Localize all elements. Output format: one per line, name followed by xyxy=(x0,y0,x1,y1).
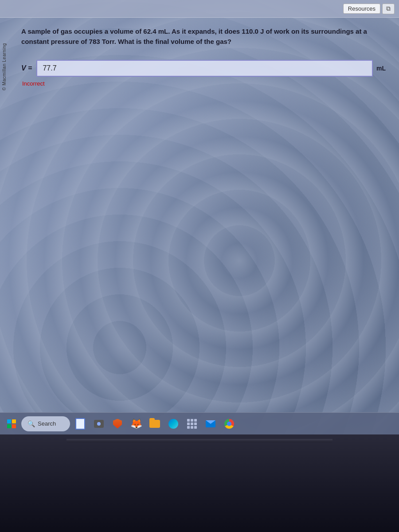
laptop-hinge xyxy=(66,439,332,442)
taskbar-app-grid[interactable] xyxy=(184,416,200,432)
taskbar-app-shield[interactable] xyxy=(110,416,125,432)
search-label: Search xyxy=(38,420,56,427)
resources-button[interactable]: Resources xyxy=(343,4,380,14)
variable-label: V = xyxy=(21,64,32,72)
search-box[interactable]: 🔍 Search xyxy=(21,416,70,431)
question-text: A sample of gas occupies a volume of 62.… xyxy=(21,27,385,47)
main-content: A sample of gas occupies a volume of 62.… xyxy=(8,18,399,412)
taskbar: 🔍 Search 🦊 xyxy=(0,412,399,434)
feedback-row: Incorrect xyxy=(21,79,386,87)
unit-label: mL xyxy=(376,65,386,72)
taskbar-app-folder[interactable] xyxy=(147,416,163,432)
shield-icon xyxy=(113,419,122,429)
laptop-body xyxy=(0,434,399,532)
taskbar-app-chrome[interactable] xyxy=(221,416,237,432)
folder-icon xyxy=(149,420,160,428)
taskbar-app-file[interactable] xyxy=(72,416,88,432)
side-label-container: © Macmillan Learning xyxy=(0,22,8,111)
top-bar: Resources ⧉ xyxy=(0,0,399,18)
incorrect-feedback: Incorrect xyxy=(22,80,45,87)
taskbar-app-camera[interactable] xyxy=(91,416,107,432)
taskbar-app-firefox[interactable]: 🦊 xyxy=(128,416,144,432)
taskbar-app-edge[interactable] xyxy=(165,416,181,432)
grid-icon xyxy=(187,419,197,429)
firefox-icon: 🦊 xyxy=(130,418,142,430)
camera-icon xyxy=(94,420,104,428)
chrome-icon xyxy=(224,419,234,429)
edge-icon xyxy=(168,419,178,429)
close-icon: ⧉ xyxy=(386,5,391,12)
screen: Resources ⧉ © Macmillan Learning A sampl… xyxy=(0,0,399,434)
copyright-label: © Macmillan Learning xyxy=(2,43,7,90)
close-button[interactable]: ⧉ xyxy=(382,4,395,14)
file-icon xyxy=(75,418,85,430)
taskbar-app-mail[interactable] xyxy=(203,416,219,432)
search-icon: 🔍 xyxy=(27,420,35,427)
answer-row: V = mL xyxy=(21,60,386,77)
answer-input[interactable] xyxy=(36,60,373,77)
answer-input-wrapper xyxy=(36,60,373,77)
windows-icon xyxy=(7,419,16,428)
start-button[interactable] xyxy=(4,416,20,432)
mail-icon xyxy=(206,420,215,427)
